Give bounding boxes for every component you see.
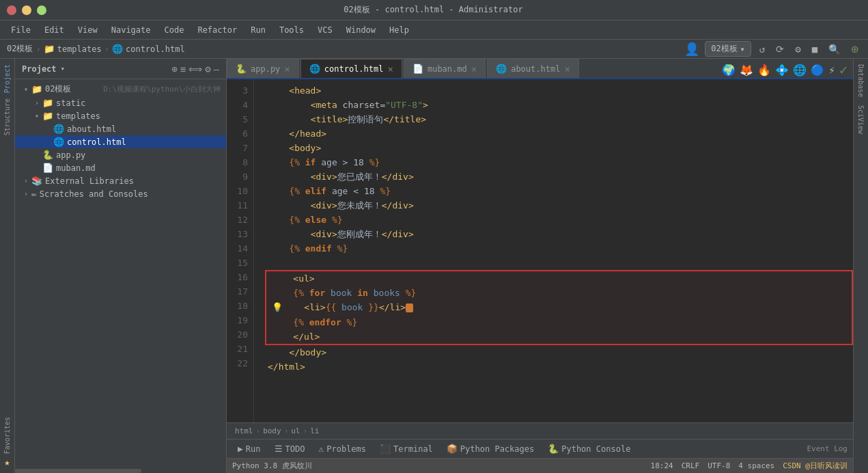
tab-apppy-close[interactable]: ×: [284, 64, 290, 75]
toolbar-btn-2[interactable]: ⚙: [792, 42, 803, 56]
minimize-button[interactable]: [22, 5, 31, 15]
tree-item-apppy[interactable]: 🐍 app.py: [15, 148, 226, 161]
menu-view[interactable]: View: [72, 24, 103, 36]
bottom-tab-terminal[interactable]: ⬛ Terminal: [374, 442, 438, 455]
expand-btn[interactable]: ⟺: [188, 64, 202, 75]
browser-icon-5[interactable]: 🌐: [793, 64, 807, 77]
toolbar-btn-3[interactable]: ■: [809, 42, 820, 56]
favorites-section: Favorites ★: [0, 411, 14, 473]
maximize-button[interactable]: [37, 5, 46, 15]
bottom-tab-todo[interactable]: ☰ TODO: [269, 442, 311, 455]
code-line-10: {% elif age < 18 %}: [262, 184, 853, 198]
sidebar-scrollbar-thumb[interactable]: [15, 469, 141, 473]
tree-item-scratches[interactable]: › ✏️ Scratches and Consoles: [15, 187, 226, 200]
tab-apppy[interactable]: 🐍 app.py ×: [227, 59, 299, 78]
menu-window[interactable]: Window: [341, 24, 381, 36]
editor-content[interactable]: <head> <meta charset="UTF-8"> <title>控制语…: [254, 79, 853, 422]
folder-scratches-icon: ✏️: [31, 189, 37, 199]
code-line-3: <head>: [262, 83, 853, 98]
breadcrumb-sep-1: ›: [36, 44, 40, 54]
hide-btn[interactable]: —: [214, 64, 219, 75]
tree-item-muban[interactable]: 📄 muban.md: [15, 161, 226, 174]
event-log-label[interactable]: Event Log: [807, 444, 848, 453]
tree-item-root[interactable]: ▾ 📁 02模板 D:\视频课程\python\小白到大神: [15, 82, 226, 96]
left-tab-favorites[interactable]: Favorites: [3, 417, 11, 454]
left-tab-structure[interactable]: Structure: [3, 98, 11, 135]
menu-help[interactable]: Help: [384, 24, 415, 36]
menu-code[interactable]: Code: [159, 24, 190, 36]
arrow-scratches: ›: [20, 190, 31, 198]
status-bar: Python 3.8 虎风纹川 18:24 CRLF UTF-8 4 space…: [227, 458, 853, 473]
status-line-col[interactable]: 18:24: [651, 461, 673, 470]
ed-bc-li[interactable]: li: [310, 427, 319, 435]
menu-run[interactable]: Run: [245, 24, 271, 36]
menu-edit[interactable]: Edit: [39, 24, 70, 36]
code-line-13: <div>您刚成年！</div>: [262, 227, 853, 241]
tab-muban-close[interactable]: ×: [471, 64, 477, 75]
tab-muban[interactable]: 📄 muban.md ×: [404, 59, 486, 78]
folder-templates-icon: 📁: [42, 111, 53, 121]
add-btn[interactable]: ⊕: [848, 40, 861, 57]
ed-bc-html[interactable]: html: [235, 427, 253, 435]
right-tab-sciview[interactable]: SciView: [856, 103, 866, 137]
breadcrumb-file[interactable]: control.html: [126, 44, 185, 54]
tab-about[interactable]: 🌐 about.html ×: [487, 59, 579, 78]
browser-icon-3[interactable]: 🔥: [757, 64, 771, 77]
tree-item-control[interactable]: 🌐 control.html: [15, 135, 226, 148]
collapse-btn[interactable]: ≡: [180, 64, 186, 75]
todo-icon: ☰: [275, 444, 283, 454]
status-indent[interactable]: 4 spaces: [738, 461, 774, 470]
account-icon[interactable]: 👤: [684, 42, 699, 56]
locate-btn[interactable]: ⊕: [171, 64, 177, 75]
left-tab-project[interactable]: Project: [3, 64, 11, 93]
ed-bc-ul[interactable]: ul: [291, 427, 300, 435]
menu-navigate[interactable]: Navigate: [106, 24, 156, 36]
menu-refactor[interactable]: Refactor: [192, 24, 242, 36]
checkmark-icon[interactable]: ✓: [839, 62, 848, 78]
menu-file[interactable]: File: [5, 24, 36, 36]
title-bar: 02模板 - control.html - Administrator: [0, 0, 868, 21]
bottom-tab-packages[interactable]: 📦 Python Packages: [441, 442, 540, 455]
search-btn[interactable]: 🔍: [826, 42, 843, 56]
favorites-star-icon[interactable]: ★: [4, 457, 10, 468]
browser-icon-2[interactable]: 🦊: [740, 64, 753, 77]
right-tab-database[interactable]: Database: [856, 62, 866, 100]
breadcrumb-root[interactable]: 02模板: [7, 43, 33, 55]
line-num-10: 10: [231, 184, 248, 198]
bottom-tab-run[interactable]: ▶ Run: [232, 442, 266, 455]
settings-btn[interactable]: ⚙: [205, 64, 210, 75]
main-area: Project Structure Favorites ★ Project ▾ …: [0, 59, 868, 473]
menu-tools[interactable]: Tools: [274, 24, 309, 36]
sidebar-dropdown-icon[interactable]: ▾: [61, 64, 66, 73]
close-button[interactable]: [7, 5, 16, 15]
status-encoding[interactable]: UTF-8: [708, 461, 730, 470]
tab-about-close[interactable]: ×: [564, 64, 570, 75]
tree-item-extlibs[interactable]: › 📚 External Libraries: [15, 174, 226, 187]
project-selector[interactable]: 02模板 ▾: [705, 41, 751, 57]
browser-icon-6[interactable]: 🔵: [811, 64, 824, 77]
sidebar-scrollbar[interactable]: [15, 469, 226, 473]
bottom-tab-problems-label: Problems: [326, 444, 366, 454]
refresh-btn[interactable]: ↺: [757, 42, 768, 56]
tab-control[interactable]: 🌐 control.html ×: [300, 59, 402, 78]
browser-icon-4[interactable]: 💠: [775, 64, 789, 77]
tab-control-label: control.html: [324, 64, 384, 74]
toolbar-btn-1[interactable]: ⟳: [773, 42, 787, 56]
status-python-version[interactable]: Python 3.8 虎风纹川: [232, 461, 312, 471]
tree-item-about[interactable]: 🌐 about.html: [15, 122, 226, 135]
code-line-5: <title>控制语句</title>: [262, 112, 853, 126]
browser-icon-7[interactable]: ⚡: [828, 64, 835, 77]
packages-icon: 📦: [447, 444, 458, 454]
bottom-tab-problems[interactable]: ⚠ Problems: [313, 442, 372, 455]
menu-vcs[interactable]: VCS: [312, 24, 338, 36]
line-num-12: 12: [231, 213, 248, 227]
tree-item-static-name: static: [56, 98, 221, 108]
tab-control-close[interactable]: ×: [388, 64, 393, 75]
tree-item-static[interactable]: › 📁 static: [15, 96, 226, 109]
status-crlf[interactable]: CRLF: [682, 461, 700, 470]
bottom-tab-console[interactable]: 🐍 Python Console: [542, 442, 636, 455]
browser-icon-1[interactable]: 🌍: [722, 64, 736, 77]
tree-item-templates[interactable]: ▾ 📁 templates: [15, 109, 226, 122]
ed-bc-body[interactable]: body: [263, 427, 281, 435]
breadcrumb-templates[interactable]: templates: [57, 44, 102, 54]
